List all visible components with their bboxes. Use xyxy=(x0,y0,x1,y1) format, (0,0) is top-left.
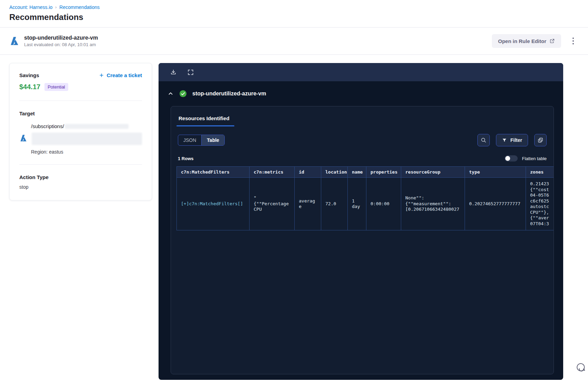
filter-icon xyxy=(502,138,507,143)
create-ticket-label: Create a ticket xyxy=(107,72,142,78)
rule-header-meta: stop-underutilized-azure-vm Last evaluat… xyxy=(24,35,492,47)
output-panel-toolbar xyxy=(159,63,563,81)
active-tab-underline xyxy=(176,125,234,126)
azure-logo-icon xyxy=(9,36,20,46)
results-table-container[interactable]: c7n:MatchedFilters c7n:metrics id locati… xyxy=(176,166,554,230)
action-type-value: stop xyxy=(19,184,142,190)
success-check-icon xyxy=(179,90,187,97)
divider xyxy=(19,101,142,101)
recommendation-summary-card: Savings Create a ticket $44.17 Potential… xyxy=(9,63,152,200)
open-rule-editor-button[interactable]: Open in Rule Editor xyxy=(492,34,561,48)
rows-count: 1 Rows xyxy=(178,156,194,161)
search-icon xyxy=(480,137,487,143)
external-link-icon xyxy=(549,38,555,44)
tab-resources-identified[interactable]: Resources Identified xyxy=(178,115,230,125)
rule-result-title: stop-underutilized-azure-vm xyxy=(192,91,266,97)
divider xyxy=(19,164,142,165)
open-rule-editor-label: Open in Rule Editor xyxy=(498,38,546,44)
create-ticket-button[interactable]: Create a ticket xyxy=(99,72,142,78)
view-toggle-table[interactable]: Table xyxy=(202,135,224,145)
cell-metrics: " {""Percentage CPU xyxy=(250,178,295,230)
cell-matched-filters-expander[interactable]: [+]c7n:MatchedFilters[] xyxy=(177,178,250,230)
savings-label: Savings xyxy=(19,72,39,78)
col-header-zones: zones xyxy=(526,167,554,178)
target-region: Region: eastus xyxy=(31,149,142,155)
action-type-label: Action Type xyxy=(19,174,142,180)
cell-id: average xyxy=(295,178,321,230)
cell-type: 0.20274652777777777 xyxy=(465,178,526,230)
azure-logo-icon xyxy=(19,134,28,142)
rule-result-header: stop-underutilized-azure-vm xyxy=(159,81,563,97)
results-table: c7n:MatchedFilters c7n:metrics id locati… xyxy=(176,166,554,230)
col-header-id: id xyxy=(295,167,321,178)
rule-last-evaluated: Last evaluated on: 08 Apr, 10:01 am xyxy=(24,42,492,47)
download-icon[interactable] xyxy=(170,69,177,76)
col-header-location: location xyxy=(321,167,348,178)
view-mode-toggle: JSON Table xyxy=(178,135,225,146)
table-header-row: c7n:MatchedFilters c7n:metrics id locati… xyxy=(177,167,554,178)
rule-name: stop-underutilized-azure-vm xyxy=(24,35,492,41)
target-label: Target xyxy=(19,111,142,116)
resources-identified-panel: Resources Identified JSON Table xyxy=(171,106,554,374)
view-toggle-json[interactable]: JSON xyxy=(178,135,202,145)
table-row: [+]c7n:MatchedFilters[] " {""Percentage … xyxy=(177,178,554,230)
col-header-type: type xyxy=(465,167,526,178)
breadcrumb-recommendations-link[interactable]: Recommendations xyxy=(59,4,100,10)
main-content: Savings Create a ticket $44.17 Potential… xyxy=(0,55,588,380)
col-header-resource-group: resourceGroup xyxy=(401,167,465,178)
page-title: Recommendations xyxy=(9,12,588,22)
rule-header-card: stop-underutilized-azure-vm Last evaluat… xyxy=(0,27,588,55)
breadcrumb-account-link[interactable]: Account: Harness.io xyxy=(9,4,52,10)
cell-location: 72.0 xyxy=(321,178,348,230)
kebab-menu-icon[interactable] xyxy=(569,34,578,48)
breadcrumb-separator-icon: › xyxy=(55,5,57,10)
rule-output-panel: stop-underutilized-azure-vm Resources Id… xyxy=(159,63,563,380)
copy-icon xyxy=(537,137,544,143)
col-header-name: name xyxy=(348,167,366,178)
cell-zones: 0.21423 {""cost 04-05T6 c6cf625 autostc … xyxy=(526,178,554,230)
col-header-metrics: c7n:metrics xyxy=(250,167,295,178)
flatten-table-label: Flatten table xyxy=(522,156,547,161)
redacted-resource-path xyxy=(32,133,142,145)
chat-bubble-icon[interactable] xyxy=(576,362,586,373)
col-header-matched-filters: c7n:MatchedFilters xyxy=(177,167,250,178)
breadcrumb: Account: Harness.io › Recommendations xyxy=(0,0,588,10)
redacted-subscription-id xyxy=(65,124,129,129)
plus-icon xyxy=(99,73,104,78)
cell-resource-group: None"": {""measurement"": [0.20671066342… xyxy=(401,178,465,230)
filter-button[interactable]: Filter xyxy=(496,134,528,146)
cell-properties: 0:00:00 xyxy=(366,178,401,230)
savings-amount: $44.17 xyxy=(19,83,40,91)
target-path: /subscriptions/ xyxy=(31,123,64,129)
col-header-properties: properties xyxy=(366,167,401,178)
chevron-up-icon[interactable] xyxy=(168,91,174,97)
copy-button[interactable] xyxy=(534,134,547,146)
filter-button-label: Filter xyxy=(510,137,522,143)
fullscreen-icon[interactable] xyxy=(187,69,194,76)
savings-potential-badge: Potential xyxy=(44,83,68,91)
search-button[interactable] xyxy=(477,134,490,146)
cell-name: 1 day xyxy=(348,178,366,230)
flatten-table-toggle[interactable] xyxy=(505,155,518,162)
